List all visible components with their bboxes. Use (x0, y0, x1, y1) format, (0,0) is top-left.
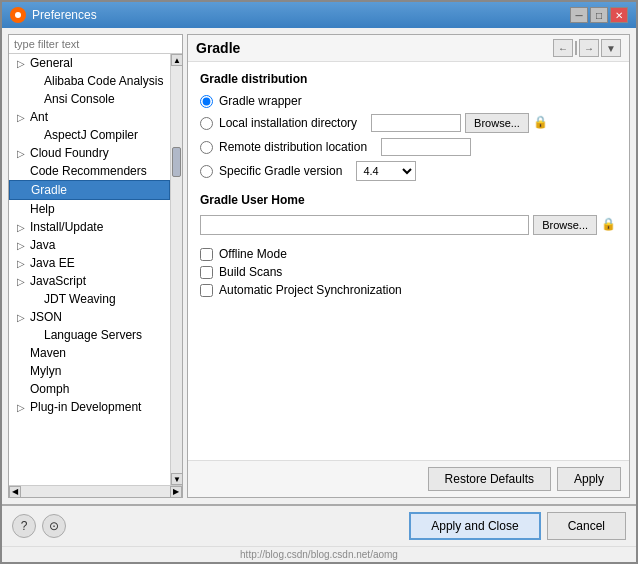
hscroll-right-button[interactable]: ▶ (170, 486, 182, 498)
title-buttons: ─ □ ✕ (570, 7, 628, 23)
scroll-thumb[interactable] (172, 147, 181, 177)
app-icon (10, 7, 26, 23)
filter-input[interactable] (9, 35, 182, 54)
remote-input-row (381, 138, 471, 156)
svg-point-1 (15, 12, 21, 18)
sidebar-item-cloudfoundry[interactable]: ▷ Cloud Foundry (9, 144, 170, 162)
sidebar-item-gradle[interactable]: Gradle (9, 180, 170, 200)
settings-icon-button[interactable]: ⊙ (42, 514, 66, 538)
user-home-browse-button[interactable]: Browse... (533, 215, 597, 235)
sidebar-hscroll[interactable]: ◀ ▶ (9, 485, 182, 497)
radio-wrapper[interactable] (200, 95, 213, 108)
sidebar-item-plugindevelopment[interactable]: ▷ Plug-in Development (9, 398, 170, 416)
nav-dropdown-button[interactable]: ▼ (601, 39, 621, 57)
sidebar-item-installupdates[interactable]: ▷ Install/Update (9, 218, 170, 236)
title-bar: Preferences ─ □ ✕ (2, 2, 636, 28)
main-panel: Gradle ← → ▼ Gradle distribution Gradle … (187, 34, 630, 498)
sidebar-item-alibaba[interactable]: Alibaba Code Analysis (9, 72, 170, 90)
radio-local-row: Local installation directory Browse... 🔒 (200, 113, 617, 133)
sidebar-item-ansi[interactable]: Ansi Console (9, 90, 170, 108)
buildscans-label: Build Scans (219, 265, 282, 279)
local-row: Local installation directory Browse... 🔒 (200, 113, 617, 133)
radio-specific-label: Specific Gradle version (219, 164, 342, 178)
sidebar: ▷ General Alibaba Code Analysis Ansi Con… (8, 34, 183, 498)
sidebar-item-java[interactable]: ▷ Java (9, 236, 170, 254)
version-select[interactable]: 4.4 (356, 161, 416, 181)
sidebar-item-jdtweaving[interactable]: JDT Weaving (9, 290, 170, 308)
scroll-up-button[interactable]: ▲ (171, 54, 182, 66)
arrow-icon: ▷ (17, 148, 27, 159)
help-icon-button[interactable]: ? (12, 514, 36, 538)
sidebar-item-help[interactable]: Help (9, 200, 170, 218)
user-home-section: Gradle User Home Browse... 🔒 (200, 193, 617, 235)
sidebar-item-oomph[interactable]: Oomph (9, 380, 170, 398)
local-browse-button[interactable]: Browse... (465, 113, 529, 133)
radio-remote[interactable] (200, 141, 213, 154)
radio-wrapper-row: Gradle wrapper (200, 94, 617, 108)
arrow-icon: ▷ (17, 58, 27, 69)
arrow-icon: ▷ (17, 402, 27, 413)
cancel-button[interactable]: Cancel (547, 512, 626, 540)
radio-specific-row: Specific Gradle version 4.4 (200, 161, 617, 181)
preferences-window: Preferences ─ □ ✕ ▷ General Alibaba Code… (0, 0, 638, 564)
arrow-icon: ▷ (17, 112, 27, 123)
specific-version-row: Specific Gradle version 4.4 (200, 161, 617, 181)
sidebar-item-mylyn[interactable]: Mylyn (9, 362, 170, 380)
hscroll-track[interactable] (21, 486, 170, 497)
remote-row: Remote distribution location (200, 138, 617, 156)
panel-title: Gradle (196, 40, 240, 56)
sidebar-vscroll[interactable]: ▲ ▼ (170, 54, 182, 485)
lock-icon: 🔒 (533, 115, 549, 131)
bottom-bar: ? ⊙ Apply and Close Cancel (2, 504, 636, 546)
radio-group: Gradle wrapper Local installation direct… (200, 94, 617, 181)
panel-nav: ← → ▼ (553, 39, 621, 57)
bottom-left: ? ⊙ (12, 514, 66, 538)
close-button[interactable]: ✕ (610, 7, 628, 23)
arrow-icon: ▷ (17, 276, 27, 287)
maximize-button[interactable]: □ (590, 7, 608, 23)
panel-body: Gradle distribution Gradle wrapper Local… (188, 62, 629, 460)
autosync-checkbox[interactable] (200, 284, 213, 297)
nav-back-button[interactable]: ← (553, 39, 573, 57)
specific-input-row: 4.4 (356, 161, 416, 181)
user-home-row: Browse... 🔒 (200, 215, 617, 235)
sidebar-item-languageservers[interactable]: Language Servers (9, 326, 170, 344)
nav-forward-button[interactable]: → (579, 39, 599, 57)
arrow-icon: ▷ (17, 222, 27, 233)
sidebar-item-javaee[interactable]: ▷ Java EE (9, 254, 170, 272)
radio-specific[interactable] (200, 165, 213, 178)
title-bar-left: Preferences (10, 7, 97, 23)
sidebar-item-maven[interactable]: Maven (9, 344, 170, 362)
panel-header: Gradle ← → ▼ (188, 35, 629, 62)
sidebar-item-javascript[interactable]: ▷ JavaScript (9, 272, 170, 290)
sidebar-item-general[interactable]: ▷ General (9, 54, 170, 72)
sidebar-item-json[interactable]: ▷ JSON (9, 308, 170, 326)
bottom-right: Apply and Close Cancel (409, 512, 626, 540)
buildscans-row: Build Scans (200, 265, 617, 279)
remote-path-input[interactable] (381, 138, 471, 156)
window-title: Preferences (32, 8, 97, 22)
hscroll-left-button[interactable]: ◀ (9, 486, 21, 498)
scroll-track[interactable] (171, 66, 182, 473)
radio-remote-label: Remote distribution location (219, 140, 367, 154)
arrow-icon: ▷ (17, 258, 27, 269)
restore-defaults-button[interactable]: Restore Defaults (428, 467, 551, 491)
buildscans-checkbox[interactable] (200, 266, 213, 279)
user-home-lock-icon: 🔒 (601, 217, 617, 233)
minimize-button[interactable]: ─ (570, 7, 588, 23)
apply-and-close-button[interactable]: Apply and Close (409, 512, 540, 540)
tree-scroll: ▷ General Alibaba Code Analysis Ansi Con… (9, 54, 170, 485)
user-home-input[interactable] (200, 215, 529, 235)
sidebar-item-ant[interactable]: ▷ Ant (9, 108, 170, 126)
sidebar-item-aspectj[interactable]: AspectJ Compiler (9, 126, 170, 144)
content-area: ▷ General Alibaba Code Analysis Ansi Con… (2, 28, 636, 504)
scroll-down-button[interactable]: ▼ (171, 473, 182, 485)
autosync-row: Automatic Project Synchronization (200, 283, 617, 297)
apply-button[interactable]: Apply (557, 467, 621, 491)
radio-local[interactable] (200, 117, 213, 130)
offline-checkbox[interactable] (200, 248, 213, 261)
radio-remote-row: Remote distribution location (200, 138, 617, 156)
local-path-input[interactable] (371, 114, 461, 132)
radio-local-label: Local installation directory (219, 116, 357, 130)
sidebar-item-coderecommenders[interactable]: Code Recommenders (9, 162, 170, 180)
